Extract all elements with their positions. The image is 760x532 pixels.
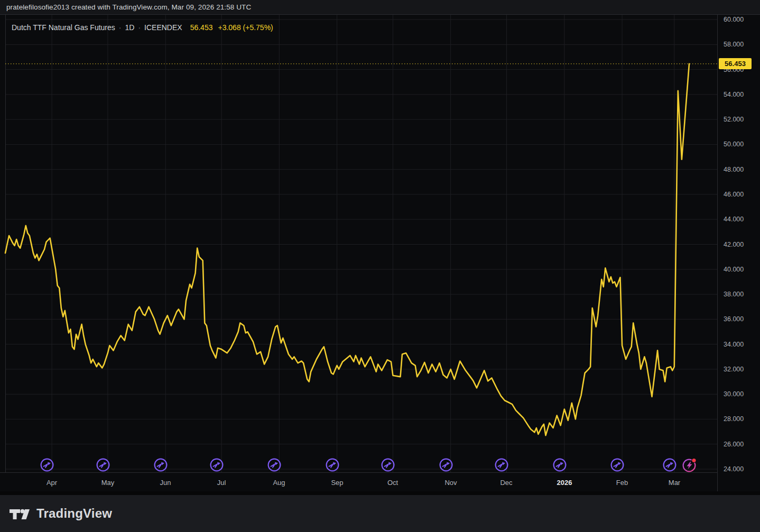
price-scale-label: 38.000 [724,290,744,298]
event-icon-nov[interactable] [439,458,453,472]
tradingview-logo-icon[interactable] [8,506,31,521]
attribution-bar: pratelefilosofie2013 created with Tradin… [0,0,760,15]
price-scale-label: 46.000 [724,190,744,199]
event-icon-dec[interactable] [494,458,509,472]
footer-bar: TradingView [0,495,760,532]
event-icon-apr[interactable] [40,458,54,472]
legend-change: +3.068 (+5.75%) [218,23,273,32]
last-price-badge-value: 56.453 [725,60,746,68]
event-icon-jun[interactable] [153,458,168,472]
chart-pane[interactable]: Dutch TTF Natural Gas Futures·1D·ICEENDE… [0,15,717,491]
last-price-badge: 56.453 [719,58,752,69]
time-scale-label-nov: Nov [444,479,457,487]
price-scale-label: 24.000 [724,465,744,473]
legend-separator: · [138,23,141,32]
price-scale-label: 30.000 [724,390,744,398]
price-scale-label: 54.000 [724,90,744,99]
time-scale-label-may: May [101,479,115,487]
price-scale-label: 34.000 [724,340,744,349]
time-scale-label-mar: Mar [669,479,680,487]
time-scale-label-sep: Sep [331,479,343,487]
time-scale-label-jul: Jul [217,479,226,487]
price-scale-label: 42.000 [724,240,744,249]
event-icon-may[interactable] [96,458,110,472]
event-icon-mar[interactable] [662,458,677,472]
exchange-label[interactable]: ICEENDEX [144,23,182,32]
legend-last-price: 56.453 [190,23,213,32]
attribution-text: pratelefilosofie2013 created with Tradin… [6,3,251,11]
price-scale-label: 58.000 [724,40,744,49]
price-scale-label: 26.000 [724,440,744,449]
interval-label[interactable]: 1D [125,23,134,32]
chart-legend[interactable]: Dutch TTF Natural Gas Futures·1D·ICEENDE… [12,23,273,32]
event-icon-sep[interactable] [325,458,340,472]
price-scale-label: 50.000 [724,140,744,148]
price-scale-label: 32.000 [724,365,744,374]
price-axis[interactable]: 60.00058.00056.00054.00052.00050.00048.0… [717,15,760,491]
time-scale-label-jun: Jun [160,479,171,487]
time-scale-label-aug: Aug [273,479,285,487]
price-scale-label: 44.000 [724,215,744,223]
price-scale-label: 28.000 [724,415,744,423]
price-chart-canvas[interactable] [0,15,717,491]
time-scale-label-oct: Oct [387,479,398,487]
event-icon-jul[interactable] [209,458,224,472]
time-scale-label-2026: 2026 [557,479,572,487]
event-icon-oct[interactable] [381,458,395,472]
price-scale-label: 52.000 [724,115,744,124]
latest-event-flash-icon[interactable] [681,456,699,474]
legend-separator: · [119,23,122,32]
time-scale-label-feb: Feb [616,479,628,487]
tradingview-wordmark[interactable]: TradingView [36,506,112,521]
price-scale-label: 40.000 [724,265,744,274]
event-icon-aug[interactable] [267,458,282,472]
time-scale-label-apr: Apr [47,479,57,487]
event-icon-2026[interactable] [552,458,567,472]
price-scale-label: 48.000 [724,165,744,174]
event-icon-feb[interactable] [610,458,625,472]
price-scale-label: 60.000 [724,15,744,24]
time-scale-label-dec: Dec [500,479,512,487]
price-scale-label: 36.000 [724,315,744,323]
symbol-title[interactable]: Dutch TTF Natural Gas Futures [12,23,115,32]
